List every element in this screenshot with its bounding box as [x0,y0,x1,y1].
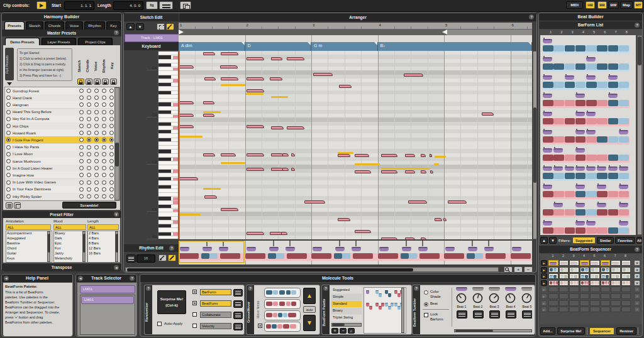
preset-col-radio[interactable] [87,131,91,135]
preset-col-radio[interactable] [87,159,91,163]
tab-rhythm[interactable]: Rhythm [84,21,105,30]
beat-list-button-4[interactable] [506,310,516,319]
seq-cell[interactable] [559,267,569,273]
transpose-expand-icon[interactable]: ◂ [114,265,119,270]
rhythm-chip[interactable] [468,247,477,251]
beat-knob-1[interactable] [456,293,467,303]
seq-cell[interactable] [548,280,558,286]
palette-option-standard[interactable]: Standard [331,301,362,307]
beat-list-button-2[interactable] [473,310,484,319]
seq-cell[interactable] [621,280,631,286]
roll-vscroll-thumb[interactable] [533,107,536,183]
midi-note[interactable] [381,237,397,239]
seq-play-button-7[interactable]: ▸ [541,300,547,306]
seq-cell[interactable] [569,273,579,279]
lock-button-key[interactable] [110,79,117,85]
preset-col-radio[interactable] [79,131,84,135]
preset-col-radio[interactable] [87,180,91,185]
midi-note[interactable] [430,170,433,173]
preset-col-radio[interactable] [94,95,99,100]
sketch-line[interactable] [246,93,264,95]
tumbler-chip-1[interactable] [456,287,467,291]
rhythm-chip[interactable] [352,247,361,251]
seq-cell[interactable] [569,280,579,286]
seq-clear-button-3[interactable]: ✕ [634,273,640,279]
midi-note[interactable] [282,168,289,171]
preset-row[interactable]: Inky Plinky Spider [5,193,113,200]
tab-sketch[interactable]: Sketch [26,21,43,30]
seq-cell[interactable] [611,260,621,266]
preset-row[interactable]: Im A Good Listen Hearer [5,165,113,172]
preset-row[interactable]: Icarus Mushroom [5,158,113,165]
preset-col-radio[interactable] [87,95,91,100]
seq-cell[interactable] [559,293,569,299]
rhythm-chip[interactable] [313,247,322,251]
preset-col-radio[interactable] [102,152,106,156]
preset-col-radio[interactable] [87,187,91,192]
preset-radio[interactable] [6,131,11,135]
tab-voice[interactable]: Voice [65,21,83,30]
preset-col-radio[interactable] [102,194,106,199]
preset-row[interactable]: In Love With Video Games [5,179,113,187]
preset-col-radio[interactable] [109,131,114,135]
palette-option-simple[interactable]: Simple [331,294,362,300]
preset-radio[interactable] [6,173,11,177]
midi-note[interactable] [179,101,194,104]
seq-clear-button-6[interactable]: ✕ [634,293,640,299]
full-presets-collapse-icon[interactable] [7,82,12,85]
midi-note[interactable] [203,114,214,117]
midi-note[interactable] [247,125,264,128]
filter-option[interactable]: 8 Bars [89,241,99,245]
seq-cell[interactable] [601,300,611,306]
sketch-line[interactable] [179,136,203,138]
preset-col-radio[interactable] [94,180,99,185]
seq-cell[interactable] [611,293,621,299]
seq-cell[interactable] [569,293,579,299]
midi-note[interactable] [435,218,442,221]
seq-cell[interactable] [580,260,590,266]
preset-col-radio[interactable] [94,117,99,121]
midi-note[interactable] [221,52,238,55]
color-shade-radio[interactable] [424,290,428,295]
filter-button-similar[interactable]: Similar [597,237,614,244]
loop-bar[interactable] [179,30,532,35]
length-field[interactable]: 4. 0. 0 [113,1,143,10]
seq-play-button-5[interactable]: ▸ [541,286,547,292]
palette-add-button[interactable]: + [331,328,338,334]
filter-option[interactable]: Guitar [7,251,16,255]
preset-radio[interactable] [6,89,11,93]
barform-list-help-icon[interactable]: ? [635,23,640,28]
preset-col-radio[interactable] [94,131,99,135]
seq-cell[interactable] [590,300,600,306]
preset-col-radio[interactable] [109,152,114,156]
preset-col-radio[interactable] [102,173,106,177]
track-item[interactable]: LM01 [81,296,134,304]
seq-cell[interactable] [580,293,590,299]
rhythm-chip[interactable] [418,247,428,251]
rhythm-pencil-button[interactable] [168,254,176,261]
tab-chords[interactable]: Chords [45,21,64,30]
preset-radio[interactable] [6,194,11,199]
preset-col-radio[interactable] [109,194,114,199]
sketch-up-button[interactable]: ▲ [126,23,135,30]
filter-button-all[interactable]: All [636,237,642,244]
seq-cell[interactable] [580,286,590,292]
midi-note[interactable] [338,218,350,221]
tumbler-hscroll-thumb[interactable] [455,330,493,332]
current-track-bar[interactable]: LM01 [80,285,135,293]
subtab-demo-presets[interactable]: Demo Presets [5,38,40,45]
list-options-button[interactable] [6,202,13,209]
zoom-in-button[interactable]: + [514,266,523,273]
preset-filter-bar[interactable]: Preset Filter [2,211,121,218]
preset-radio[interactable] [6,159,11,163]
list-view-button[interactable] [14,202,21,209]
preset-col-radio[interactable] [87,124,91,128]
preset-col-radio[interactable] [109,117,114,121]
preset-col-radio[interactable] [79,95,84,100]
preset-row[interactable]: Hot Chips [5,123,113,130]
preset-col-radio[interactable] [79,145,84,150]
midi-note[interactable] [270,232,282,235]
scramble-button[interactable]: Scramble! [62,202,116,209]
tumbler-chip-3[interactable] [489,287,500,291]
seq-play-button-1[interactable]: ▸ [541,260,547,266]
